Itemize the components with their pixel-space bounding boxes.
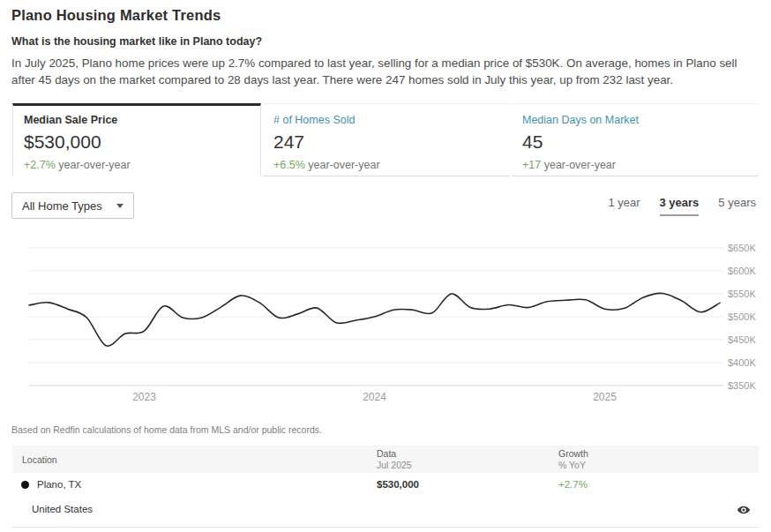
data-source-footnote: Based on Redfin calculations of home dat…	[11, 424, 322, 435]
location-cell: Plano, TX	[21, 479, 81, 490]
table-header-row: Location DataJul 2025 Growth% YoY	[12, 446, 759, 473]
metric-tabs: Median Sale Price $530,000 +2.7% year-ov…	[12, 103, 759, 176]
data-cell: $530,000	[377, 479, 419, 490]
time-range-selector: 1 year 3 years 5 years	[608, 196, 756, 216]
tab-label: Median Days on Market	[522, 114, 748, 126]
column-header-growth: Growth% YoY	[558, 448, 588, 471]
market-summary: In July 2025, Plano home prices were up …	[11, 55, 760, 88]
tab-value: 247	[273, 131, 499, 153]
location-comparison-table: Location DataJul 2025 Growth% YoY Plano,…	[12, 446, 759, 527]
tab-growth: +17 year-over-year	[522, 159, 748, 171]
table-row-united-states: United States	[12, 504, 759, 521]
svg-text:$600K: $600K	[728, 266, 756, 276]
svg-text:$550K: $550K	[728, 288, 756, 299]
tab-label: # of Homes Sold	[273, 114, 499, 126]
svg-text:$400K: $400K	[728, 357, 756, 368]
home-type-dropdown[interactable]: All Home Types	[11, 192, 134, 219]
home-type-selected-value: All Home Types	[22, 199, 102, 213]
column-header-data: DataJul 2025	[377, 448, 412, 471]
range-1-year[interactable]: 1 year	[608, 196, 640, 214]
tab-growth: +6.5% year-over-year	[273, 159, 499, 171]
page-bottom-divider	[12, 527, 759, 528]
page-title: Plano Housing Market Trends	[11, 7, 760, 24]
location-cell: United States	[32, 504, 93, 514]
page-header: Plano Housing Market Trends What is the …	[11, 7, 760, 88]
range-5-years[interactable]: 5 years	[718, 196, 756, 214]
tab-label: Median Sale Price	[24, 114, 250, 126]
toggle-visibility-button[interactable]	[736, 502, 752, 518]
svg-text:$450K: $450K	[728, 334, 756, 345]
column-header-location: Location	[22, 454, 57, 466]
svg-text:$350K: $350K	[728, 380, 756, 391]
tab-median-days-on-market[interactable]: Median Days on Market 45 +17 year-over-y…	[512, 103, 759, 176]
eye-icon	[737, 503, 751, 517]
tab-value: 45	[522, 131, 748, 153]
tab-value: $530,000	[24, 131, 250, 153]
chart-canvas: $650K$600K$550K$500K$450K$400K$350K20232…	[12, 232, 771, 408]
tab-growth: +2.7% year-over-year	[24, 159, 250, 171]
tab-homes-sold[interactable]: # of Homes Sold 247 +6.5% year-over-year	[263, 103, 510, 176]
series-dot-icon	[21, 481, 29, 489]
page-subtitle: What is the housing market like in Plano…	[11, 35, 760, 48]
svg-text:$650K: $650K	[728, 243, 756, 253]
svg-text:2024: 2024	[363, 391, 386, 403]
tab-median-sale-price[interactable]: Median Sale Price $530,000 +2.7% year-ov…	[12, 103, 261, 176]
svg-text:2023: 2023	[132, 391, 156, 403]
table-row-plano: Plano, TX $530,000 +2.7%	[12, 479, 759, 497]
range-3-years[interactable]: 3 years	[660, 196, 700, 216]
chevron-down-icon	[116, 204, 124, 208]
median-sale-price-chart[interactable]: $650K$600K$550K$500K$450K$400K$350K20232…	[12, 232, 771, 408]
svg-text:2025: 2025	[593, 391, 617, 403]
growth-cell: +2.7%	[558, 479, 588, 490]
svg-text:$500K: $500K	[728, 311, 756, 322]
